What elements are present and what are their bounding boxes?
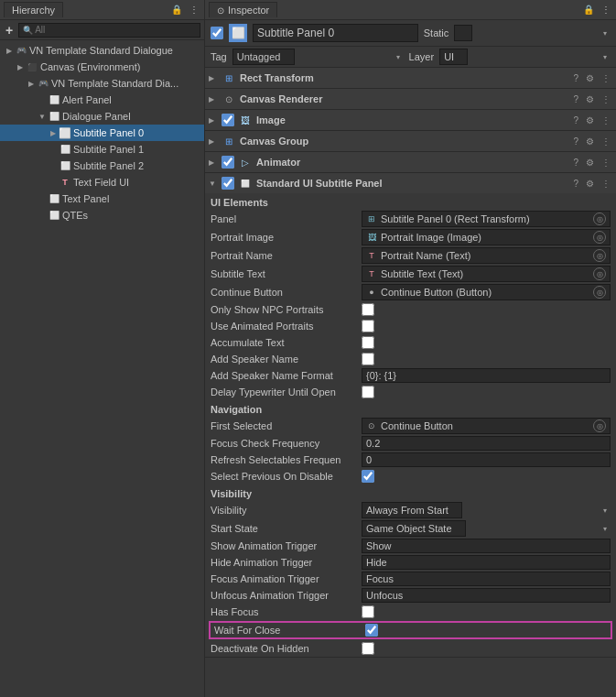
tree-item-text-panel[interactable]: ▶ ⬜ Text Panel <box>0 191 204 207</box>
tree-item-alert-panel[interactable]: ▶ ⬜ Alert Panel <box>0 92 204 108</box>
hierarchy-tab[interactable]: Hierarchy <box>4 2 63 17</box>
checkbox-has-focus[interactable] <box>362 605 374 618</box>
prop-label-add-speaker-format: Add Speaker Name Format <box>211 370 362 381</box>
tree-item-text-field-ui[interactable]: ▶ T Text Field UI <box>0 174 204 191</box>
portrait-name-objref[interactable]: T Portrait Name (Text) ◎ <box>362 247 611 264</box>
component-canvas-renderer-header[interactable]: ▶ ⊙ Canvas Renderer ? ⚙ ⋮ <box>205 89 616 109</box>
comp-settings-anim[interactable]: ⚙ <box>584 158 596 168</box>
dropdown-visibility[interactable]: Always From Start <box>362 502 462 518</box>
comp-more-cg[interactable]: ⋮ <box>600 136 612 147</box>
checkbox-accumulate-text[interactable] <box>362 336 374 349</box>
portrait-name-ref-circle[interactable]: ◎ <box>593 249 606 262</box>
comp-help-img[interactable]: ? <box>571 115 580 125</box>
input-unfocus-anim[interactable] <box>362 588 611 603</box>
component-canvas-group-header[interactable]: ▶ ⊞ Canvas Group ? ⚙ ⋮ <box>205 131 616 151</box>
tree-item-subtitle-panel-2[interactable]: ▶ ⬜ Subtitle Panel 2 <box>0 158 204 174</box>
tree-item-subtitle-panel-1[interactable]: ▶ ⬜ Subtitle Panel 1 <box>0 141 204 158</box>
comp-more-sui[interactable]: ⋮ <box>600 179 612 189</box>
comp-help-sui[interactable]: ? <box>571 179 580 189</box>
checkbox-use-animated[interactable] <box>362 320 374 332</box>
layer-dropdown[interactable]: UI <box>439 49 468 65</box>
comp-help-rect[interactable]: ? <box>571 73 580 83</box>
continue-button-ref-circle[interactable]: ◎ <box>593 286 606 299</box>
tree-label-qtes: QTEs <box>62 210 88 221</box>
object-name-field[interactable] <box>253 24 418 42</box>
checkbox-delay-typewriter[interactable] <box>362 386 374 398</box>
comp-check-img[interactable] <box>222 114 234 126</box>
subtitle-text-objref[interactable]: T Subtitle Text (Text) ◎ <box>362 266 611 282</box>
comp-help-anim[interactable]: ? <box>571 158 580 168</box>
tree-item-subtitle-panel-0[interactable]: ▶ ⬜ Subtitle Panel 0 <box>0 125 204 141</box>
tree-label-sp0: Subtitle Panel 0 <box>73 127 144 138</box>
input-show-anim[interactable] <box>362 539 611 553</box>
comp-settings-sui[interactable]: ⚙ <box>584 179 596 189</box>
inspector-header-icons: 🔒 ⋮ <box>581 4 612 16</box>
comp-more-rect[interactable]: ⋮ <box>600 73 612 83</box>
hierarchy-lock-icon[interactable]: 🔒 <box>169 4 184 16</box>
hierarchy-panel: Hierarchy 🔒 ⋮ + 🔍 ▶ 🎮 VN Template Standa… <box>0 0 205 697</box>
continue-button-objref[interactable]: ● Continue Button (Button) ◎ <box>362 284 611 300</box>
tree-item-canvas-env[interactable]: ▶ ⬛ Canvas (Environment) <box>0 59 204 75</box>
comp-settings-rect[interactable]: ⚙ <box>584 73 596 83</box>
checkbox-only-npc[interactable] <box>362 303 374 316</box>
prop-label-visibility: Visibility <box>211 505 362 516</box>
checkbox-wait-for-close[interactable] <box>365 624 378 637</box>
input-focus-check-freq[interactable] <box>362 436 611 451</box>
comp-settings-img[interactable]: ⚙ <box>584 115 596 125</box>
object-active-checkbox[interactable] <box>211 27 223 39</box>
input-add-speaker-format[interactable] <box>362 368 611 383</box>
comp-more-img[interactable]: ⋮ <box>600 115 612 125</box>
prop-value-continue-button: ● Continue Button (Button) ◎ <box>362 284 611 300</box>
inspector-tab[interactable]: ⊙ Inspector <box>209 2 277 17</box>
comp-settings-cr[interactable]: ⚙ <box>584 94 596 104</box>
prop-label-panel: Panel <box>211 213 362 224</box>
component-standard-ui-header[interactable]: ▼ ⬜ Standard UI Subtitle Panel ? ⚙ ⋮ <box>205 173 616 193</box>
hierarchy-tab-label: Hierarchy <box>12 5 55 16</box>
prop-value-show-anim <box>362 539 611 553</box>
hierarchy-search-input[interactable] <box>35 25 196 35</box>
checkbox-select-prev-disable[interactable] <box>362 470 374 483</box>
continue-button-ref-text: Continue Button (Button) <box>381 287 492 298</box>
prop-row-focus-check-freq: Focus Check Frequency <box>205 435 616 452</box>
inspector-lock-icon[interactable]: 🔒 <box>581 4 596 16</box>
input-focus-anim[interactable] <box>362 572 611 586</box>
dropdown-start-state[interactable]: Game Object State <box>362 520 466 537</box>
inspector-more-icon[interactable]: ⋮ <box>600 4 612 16</box>
comp-more-anim[interactable]: ⋮ <box>600 158 612 168</box>
search-icon: 🔍 <box>23 26 33 35</box>
checkbox-add-speaker-name[interactable] <box>362 353 374 365</box>
tree-item-vn-template-2[interactable]: ▶ 🎮 VN Template Standard Dia... <box>0 75 204 92</box>
comp-help-cg[interactable]: ? <box>571 136 580 147</box>
checkbox-deactivate-hidden[interactable] <box>362 642 374 655</box>
first-selected-objref[interactable]: ⊙ Continue Button ◎ <box>362 418 611 434</box>
hierarchy-add-icon[interactable]: + <box>4 22 15 38</box>
comp-help-cr[interactable]: ? <box>571 94 580 104</box>
comp-check-anim[interactable] <box>222 156 234 169</box>
subtitle-text-ref-circle[interactable]: ◎ <box>593 267 606 280</box>
hierarchy-more-icon[interactable]: ⋮ <box>188 4 200 16</box>
comp-check-sui[interactable] <box>222 177 234 190</box>
portrait-image-objref[interactable]: 🖼 Portrait Image (Image) ◎ <box>362 229 611 245</box>
prop-value-wait-for-close <box>365 624 607 637</box>
prop-row-accumulate-text: Accumulate Text <box>205 334 616 351</box>
portrait-image-ref-circle[interactable]: ◎ <box>593 231 606 244</box>
comp-settings-cg[interactable]: ⚙ <box>584 136 596 147</box>
static-dropdown[interactable] <box>454 25 472 41</box>
input-refresh-selectables[interactable] <box>362 452 611 467</box>
component-image-header[interactable]: ▶ 🖼 Image ? ⚙ ⋮ <box>205 110 616 130</box>
tree-item-vn-template[interactable]: ▶ 🎮 VN Template Standard Dialogue <box>0 42 204 59</box>
tree-label-tp: Text Panel <box>62 193 109 204</box>
first-selected-ref-circle[interactable]: ◎ <box>593 419 606 432</box>
prop-row-select-prev-disable: Select Previous On Disable <box>205 468 616 485</box>
input-hide-anim[interactable] <box>362 555 611 570</box>
section-ui-elements: UI Elements <box>205 193 616 210</box>
component-rect-transform-header[interactable]: ▶ ⊞ Rect Transform ? ⚙ ⋮ <box>205 68 616 88</box>
panel-objref[interactable]: ⊞ Subtitle Panel 0 (Rect Transform) ◎ <box>362 211 611 227</box>
panel-ref-circle[interactable]: ◎ <box>593 212 606 225</box>
tree-item-qtes[interactable]: ▶ ⬜ QTEs <box>0 207 204 223</box>
prop-label-focus-check-freq: Focus Check Frequency <box>211 438 362 449</box>
component-animator-header[interactable]: ▶ ▷ Animator ? ⚙ ⋮ <box>205 152 616 172</box>
tree-item-dialogue-panel[interactable]: ▼ ⬜ Dialogue Panel <box>0 108 204 125</box>
comp-more-cr[interactable]: ⋮ <box>600 94 612 104</box>
tag-dropdown[interactable]: Untagged <box>232 49 295 65</box>
